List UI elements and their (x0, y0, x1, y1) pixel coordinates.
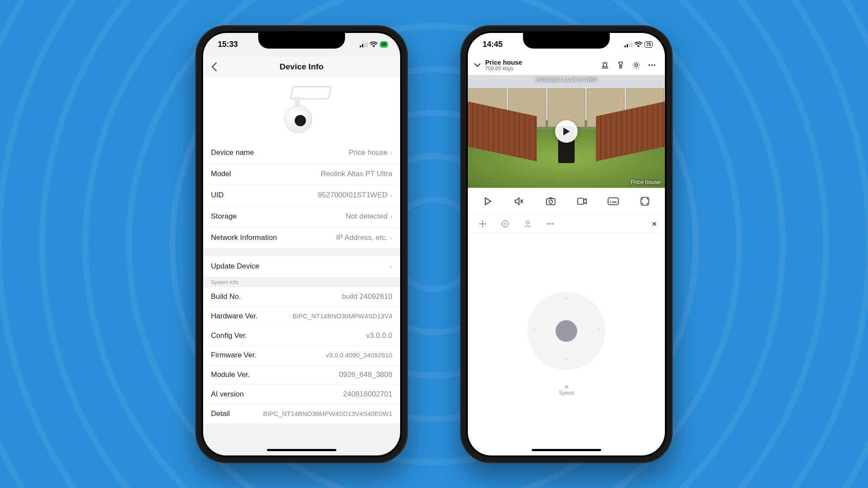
system-info-list: Build No. build 24092610 Hardware Ver. B… (203, 287, 400, 424)
tab-preset[interactable] (500, 219, 510, 229)
svg-rect-3 (366, 42, 368, 47)
wifi-icon (370, 42, 378, 47)
svg-rect-2 (364, 43, 365, 47)
video-name-overlay: Price house (631, 179, 661, 185)
phone-device-info: 15:33 69 Device Info (195, 25, 408, 463)
ptz-tabs: ✕ (468, 215, 665, 233)
chevron-down-icon: ˅ (565, 358, 568, 365)
chevron-right-icon: › (390, 149, 392, 156)
signal-icon (625, 42, 632, 47)
row-config-ver: Config Ver. v3.0.0.0 (203, 326, 400, 346)
bitrate: 709.85 kbps (485, 66, 596, 72)
device-image (203, 77, 400, 142)
play-button[interactable] (555, 120, 578, 143)
chevron-right-icon: › (390, 234, 392, 241)
chevron-left-icon: ˂ (533, 328, 536, 334)
row-uid[interactable]: UID 9527000I01ST1WED› (203, 185, 400, 206)
chevron-right-icon: › (390, 262, 392, 270)
playback-controls: Low (468, 188, 665, 215)
signal-icon (360, 42, 368, 47)
battery-icon: 69 (380, 41, 388, 48)
more-icon[interactable] (648, 61, 659, 69)
tab-more[interactable] (545, 219, 556, 229)
fast-forward-icon: » (559, 383, 574, 390)
row-firmware-ver: Firmware Ver. v3.0.0.4090_24092610 (203, 346, 400, 365)
svg-rect-0 (360, 46, 361, 47)
background-rings (0, 0, 868, 488)
svg-rect-1 (362, 44, 363, 47)
svg-rect-15 (546, 199, 555, 205)
battery-icon: 75 (644, 41, 653, 48)
flashlight-icon[interactable] (616, 61, 628, 69)
video-timestamp-overlay: 16/10/2024 14:45:18 WED (536, 77, 597, 83)
row-network[interactable]: Network Information IP Address, etc.› (203, 227, 400, 248)
svg-point-21 (482, 223, 483, 225)
mute-button[interactable] (513, 195, 526, 208)
video-preview[interactable]: 16/10/2024 14:45:18 WED Price house (468, 75, 665, 188)
svg-rect-5 (627, 44, 628, 47)
back-button[interactable] (211, 62, 217, 72)
nav-bar: Device Info (203, 56, 400, 77)
svg-point-9 (635, 64, 638, 66)
row-build-no: Build No. build 24092610 (203, 287, 400, 307)
svg-rect-17 (578, 198, 584, 204)
svg-point-26 (549, 223, 551, 225)
row-module-ver: Module Ver. 0926_648_3808 (203, 365, 400, 385)
section-header-system-info: System Info (203, 277, 400, 287)
row-update-device[interactable]: Update Device › (203, 256, 400, 277)
chevron-right-icon: › (390, 213, 392, 220)
home-indicator[interactable] (532, 449, 601, 451)
ptz-speed-button[interactable]: » Speed (559, 383, 574, 396)
svg-rect-6 (629, 43, 630, 47)
snapshot-button[interactable] (544, 195, 557, 208)
svg-rect-4 (625, 46, 626, 47)
svg-point-24 (526, 221, 529, 224)
device-settings-list: Device name Price house› Model Reolink A… (203, 142, 400, 248)
siren-icon[interactable] (601, 61, 612, 69)
svg-rect-7 (631, 42, 632, 47)
ptz-joystick[interactable]: ˄ ˅ ˂ ˃ (527, 292, 605, 370)
close-panel-button[interactable]: ✕ (651, 220, 657, 228)
record-button[interactable] (575, 195, 589, 208)
svg-point-23 (504, 223, 506, 225)
quality-button[interactable]: Low (607, 195, 620, 208)
phone-live-view: 14:45 75 Price house 709.85 kbps (460, 25, 673, 463)
joystick-thumb[interactable] (556, 320, 577, 342)
ptz-panel: ˄ ˅ ˂ ˃ » Speed (468, 233, 665, 455)
fullscreen-button[interactable] (638, 195, 651, 208)
row-ai-version: AI version 240816002701 (203, 385, 400, 404)
chevron-right-icon: › (390, 191, 392, 199)
svg-point-16 (549, 200, 552, 203)
svg-point-10 (648, 65, 650, 66)
row-detail: Detail BIPC_NT14BNO38MPW4SD13V4S40E0W1 (203, 404, 400, 424)
chevron-up-icon: ˄ (565, 297, 568, 304)
svg-point-12 (654, 65, 655, 66)
tab-patrol[interactable] (523, 219, 533, 229)
row-storage[interactable]: Storage Not detected› (203, 206, 400, 227)
play-pause-button[interactable] (481, 195, 494, 208)
home-indicator[interactable] (267, 449, 336, 451)
tab-ptz[interactable] (477, 219, 488, 229)
notch (258, 33, 345, 49)
svg-point-11 (651, 65, 653, 66)
live-header: Price house 709.85 kbps (468, 56, 665, 75)
row-hardware-ver: Hardware Ver. BIPC_NT14BNO38MPW4SD13V4 (203, 307, 400, 326)
row-device-name[interactable]: Device name Price house› (203, 142, 400, 164)
notch (523, 33, 610, 49)
status-time: 15:33 (218, 40, 238, 49)
chevron-right-icon: ˃ (597, 328, 600, 334)
settings-icon[interactable] (632, 61, 643, 69)
row-model[interactable]: Model Reolink Altas PT Ultra (203, 164, 400, 185)
svg-point-25 (547, 223, 549, 225)
svg-point-27 (552, 223, 554, 225)
page-title: Device Info (279, 62, 323, 72)
camera-selector[interactable] (474, 63, 481, 67)
status-time: 14:45 (483, 40, 503, 49)
svg-text:Low: Low (610, 200, 617, 204)
wifi-icon (635, 42, 642, 47)
camera-name: Price house (485, 59, 596, 66)
